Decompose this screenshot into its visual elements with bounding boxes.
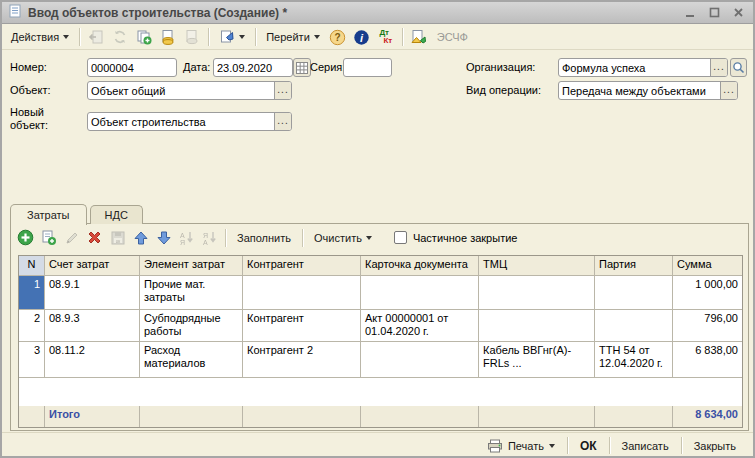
save-document-button[interactable] [85, 27, 107, 48]
new-object-field[interactable] [88, 113, 274, 130]
sum-cell[interactable]: 6 838,00 [673, 342, 742, 378]
dtkt-movements-button[interactable]: ДтКт [375, 27, 397, 48]
copy-row-icon [40, 229, 57, 246]
actions-button[interactable]: Действия [6, 27, 74, 48]
table-empty-area [19, 378, 742, 406]
tab-costs[interactable]: Затраты [10, 204, 87, 225]
unpost-icon [184, 29, 200, 45]
operation-type-label: Вид операции: [466, 84, 541, 96]
close-button[interactable] [729, 5, 747, 21]
move-row-up-button[interactable] [130, 228, 151, 248]
operation-type-field[interactable] [559, 82, 720, 99]
minimize-button[interactable] [681, 5, 699, 21]
goto-button[interactable]: Перейти [261, 27, 325, 48]
account-cell[interactable]: 08.11.2 [45, 342, 140, 378]
end-edit-button[interactable]: ок [107, 228, 128, 248]
magnifier-icon [732, 61, 745, 74]
account-cell[interactable]: 08.9.3 [45, 310, 140, 342]
tmc-cell[interactable] [479, 276, 595, 310]
contractor-cell[interactable]: Контрагент [243, 310, 361, 342]
add-row-button[interactable] [15, 228, 36, 248]
column-header-n: N [19, 256, 45, 276]
organization-lookup-button[interactable]: ... [710, 59, 727, 76]
object-lookup-button[interactable]: ... [274, 82, 291, 99]
partial-close-checkbox[interactable] [394, 231, 407, 244]
total-label-cell: Итого [45, 406, 140, 427]
fill-button[interactable]: Заполнить [231, 228, 297, 248]
organization-search-button[interactable] [730, 58, 747, 77]
object-label: Объект: [10, 84, 51, 96]
tmc-cell[interactable] [479, 310, 595, 342]
row-number-cell[interactable]: 2 [19, 310, 45, 342]
table-row[interactable]: 3 08.11.2 Расход материалов Контрагент 2… [19, 342, 742, 378]
new-object-lookup-button[interactable]: ... [274, 113, 291, 130]
doc-card-cell[interactable] [361, 276, 479, 310]
tab-vat[interactable]: НДС [90, 205, 143, 224]
series-label: Серия: [310, 61, 345, 73]
eschf-button[interactable]: ЭСЧФ [432, 27, 473, 48]
table-row[interactable]: 1 08.9.1 Прочие мат. затраты 1 000,00 [19, 276, 742, 310]
doc-card-cell[interactable] [361, 342, 479, 378]
copy-add-icon [136, 29, 152, 45]
contractor-cell[interactable]: Контрагент 2 [243, 342, 361, 378]
organization-field[interactable] [559, 59, 710, 76]
post-document-button[interactable] [157, 27, 179, 48]
window-title: Ввод объектов строительства (Создание) * [28, 6, 675, 20]
info-icon: i [353, 29, 370, 46]
refresh-button[interactable] [109, 27, 131, 48]
document-window: Ввод объектов строительства (Создание) *… [0, 0, 755, 458]
print-button[interactable]: Печать [480, 437, 562, 455]
write-button[interactable]: Записать [615, 438, 676, 454]
edit-row-button[interactable] [61, 228, 82, 248]
element-cell[interactable]: Субподрядные работы [140, 310, 243, 342]
toolbar-separator [225, 229, 226, 247]
doc-card-cell[interactable]: Акт 00000001 от 01.04.2020 г. [361, 310, 479, 342]
copy-document-button[interactable] [133, 27, 155, 48]
add-icon [17, 229, 34, 246]
object-field[interactable] [88, 82, 274, 99]
save-icon [88, 29, 104, 45]
organization-label: Организация: [466, 61, 535, 73]
row-number-cell[interactable]: 3 [19, 342, 45, 378]
svg-text:Я: Я [180, 239, 185, 246]
sort-descending-button[interactable]: ЯА [199, 228, 220, 248]
element-cell[interactable]: Прочие мат. затраты [140, 276, 243, 310]
number-field[interactable] [88, 59, 176, 76]
svg-text:А: А [180, 231, 185, 238]
ok-button[interactable]: ОК [573, 437, 604, 455]
document-report-button[interactable] [408, 27, 430, 48]
tmc-cell[interactable]: Кабель ВВГнг(А)-FRLs ... [479, 342, 595, 378]
series-field[interactable] [344, 59, 391, 76]
date-calendar-button[interactable] [293, 58, 311, 77]
contractor-cell[interactable] [243, 276, 361, 310]
toolbar-separator [208, 28, 209, 46]
help-button[interactable]: ? [327, 27, 349, 48]
document-icon [8, 4, 22, 22]
table-total-row: Итого 8 634,00 [19, 406, 742, 427]
maximize-button[interactable] [705, 5, 723, 21]
column-header-account: Счет затрат [45, 256, 140, 276]
clear-button[interactable]: Очистить [308, 228, 378, 248]
account-cell[interactable]: 08.9.1 [45, 276, 140, 310]
element-cell[interactable]: Расход материалов [140, 342, 243, 378]
operation-type-lookup-button[interactable]: ... [720, 82, 737, 99]
delete-row-button[interactable] [84, 228, 105, 248]
unpost-document-button[interactable] [181, 27, 203, 48]
svg-text:ок: ок [115, 238, 120, 243]
date-field[interactable] [214, 59, 292, 76]
batch-cell[interactable]: ТТН 54 от 12.04.2020 г. [595, 342, 673, 378]
batch-cell[interactable] [595, 276, 673, 310]
close-window-button[interactable]: Закрыть [687, 438, 743, 454]
batch-cell[interactable] [595, 310, 673, 342]
input-on-basis-button[interactable] [214, 27, 250, 48]
sum-cell[interactable]: 1 000,00 [673, 276, 742, 310]
post-icon [160, 29, 176, 45]
table-row[interactable]: 2 08.9.3 Субподрядные работы Контрагент … [19, 310, 742, 342]
sort-ascending-button[interactable]: АЯ [176, 228, 197, 248]
copy-row-button[interactable] [38, 228, 59, 248]
column-header-batch: Партия [595, 256, 673, 276]
sum-cell[interactable]: 796,00 [673, 310, 742, 342]
info-button[interactable]: i [351, 27, 373, 48]
row-number-cell[interactable]: 1 [19, 276, 45, 310]
move-row-down-button[interactable] [153, 228, 174, 248]
